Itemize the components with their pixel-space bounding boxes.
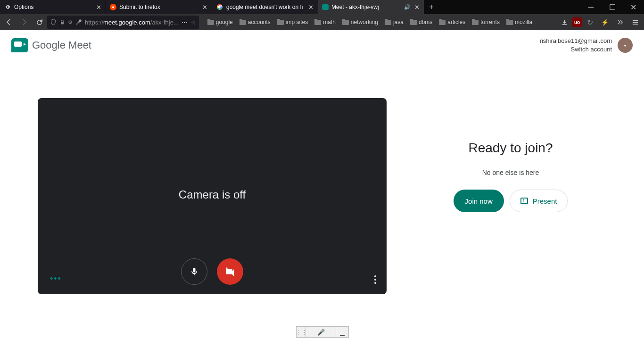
reddit-icon: ● xyxy=(110,4,116,10)
bookmark-math[interactable]: math xyxy=(312,19,339,25)
menu-button[interactable] xyxy=(628,15,642,29)
back-button[interactable] xyxy=(2,15,16,29)
bookmark-articles[interactable]: articles xyxy=(436,19,468,25)
present-label: Present xyxy=(533,197,557,205)
folder-icon xyxy=(277,20,284,25)
tab-title: Meet - akx-fhje-vwj xyxy=(331,4,401,10)
logo-text: Google Meet xyxy=(32,39,91,51)
bookmark-networking[interactable]: networking xyxy=(339,19,381,25)
svg-rect-1 xyxy=(61,22,64,24)
more-options-right[interactable] xyxy=(374,275,376,284)
logo[interactable]: Google Meet xyxy=(11,38,91,52)
close-icon[interactable]: ✕ xyxy=(413,4,420,10)
folder-icon xyxy=(506,20,513,25)
audio-icon[interactable]: 🔊 xyxy=(404,4,411,10)
folder-icon xyxy=(385,20,391,25)
bookmark-java[interactable]: java xyxy=(382,19,406,25)
downloads-icon[interactable] xyxy=(557,15,571,29)
minimize-button[interactable]: ─ xyxy=(580,0,602,14)
bookmark-imp-sites[interactable]: imp sites xyxy=(274,19,311,25)
account-area: rishirajbose11@gmail.com Switch account … xyxy=(540,37,633,54)
account-email: rishirajbose11@gmail.com xyxy=(540,37,612,45)
folder-icon xyxy=(472,20,479,25)
url-text: https://meet.google.com/akx-fhje... xyxy=(85,19,179,26)
bookmark-mozilla[interactable]: mozilla xyxy=(504,19,535,25)
overflow-icon[interactable] xyxy=(613,15,627,29)
sidebar-icon[interactable]: ⚡ xyxy=(598,15,612,29)
sync-icon[interactable]: ↻ xyxy=(583,15,597,29)
shield-icon xyxy=(50,19,57,25)
mic-blocked-icon[interactable]: 🎤 xyxy=(75,19,82,25)
url-bar[interactable]: ⚙ 🎤 https://meet.google.com/akx-fhje... … xyxy=(47,16,199,29)
folder-icon xyxy=(342,20,349,25)
tab-reddit[interactable]: ● Submit to firefox ✕ xyxy=(106,0,212,14)
ublock-icon[interactable]: uo xyxy=(572,17,582,27)
new-tab-button[interactable]: + xyxy=(424,0,438,14)
reload-button[interactable] xyxy=(32,15,46,29)
join-status: No one else is here xyxy=(482,169,539,176)
video-preview: Camera is off ••• xyxy=(38,98,387,294)
window-controls: ─ ☐ ✕ xyxy=(580,0,644,14)
folder-icon xyxy=(207,20,214,25)
bookmark-torrents[interactable]: torrents xyxy=(469,19,503,25)
camera-status: Camera is off xyxy=(179,189,246,202)
join-panel: Ready to join? No one else is here Join … xyxy=(415,98,606,212)
close-icon[interactable]: ✕ xyxy=(307,4,314,10)
join-title: Ready to join? xyxy=(468,141,553,156)
camera-button[interactable] xyxy=(217,258,243,285)
close-icon[interactable]: ✕ xyxy=(95,4,102,10)
more-options-left[interactable]: ••• xyxy=(50,274,62,284)
close-window-button[interactable]: ✕ xyxy=(623,0,644,14)
folder-icon xyxy=(314,20,321,25)
avatar[interactable]: ● xyxy=(618,38,633,53)
bookmark-accounts[interactable]: accounts xyxy=(237,19,273,25)
bookmark-google[interactable]: google xyxy=(205,19,236,25)
tab-title: Options xyxy=(14,4,92,10)
tab-options[interactable]: Options ✕ xyxy=(0,0,106,14)
folder-icon xyxy=(439,20,446,25)
join-now-button[interactable]: Join now xyxy=(454,190,504,212)
meet-icon xyxy=(322,4,329,10)
present-icon xyxy=(520,198,528,204)
permissions-icon[interactable]: ⚙ xyxy=(68,19,73,25)
tab-meet[interactable]: Meet - akx-fhje-vwj 🔊 ✕ xyxy=(318,0,424,14)
maximize-button[interactable]: ☐ xyxy=(602,0,623,14)
overlay-drag-icon[interactable]: ⋮⋮ xyxy=(297,327,306,337)
system-mic-overlay[interactable]: ⋮⋮ 🎤 ▁ xyxy=(296,326,349,338)
overlay-mic-icon[interactable]: 🎤 xyxy=(306,327,336,337)
tab-google-search[interactable]: google meet doesn't work on fi ✕ xyxy=(212,0,318,14)
switch-account-link[interactable]: Switch account xyxy=(540,45,612,54)
page-header: Google Meet rishirajbose11@gmail.com Swi… xyxy=(0,30,644,60)
present-button[interactable]: Present xyxy=(510,190,568,212)
bookmark-dbms[interactable]: dbms xyxy=(407,19,435,25)
forward-button[interactable] xyxy=(17,15,31,29)
bookmark-star-icon[interactable]: ☆ xyxy=(190,19,196,26)
tab-title: google meet doesn't work on fi xyxy=(226,4,305,10)
overlay-minimize-icon[interactable]: ▁ xyxy=(336,327,348,337)
google-icon xyxy=(216,3,223,11)
tab-bar: Options ✕ ● Submit to firefox ✕ google m… xyxy=(0,0,644,14)
microphone-button[interactable] xyxy=(181,258,207,285)
page-actions-icon[interactable]: ⋯ xyxy=(182,19,188,26)
nav-bar: ⚙ 🎤 https://meet.google.com/akx-fhje... … xyxy=(0,14,644,30)
lock-icon xyxy=(59,19,65,25)
gear-icon xyxy=(4,3,11,11)
folder-icon xyxy=(239,20,246,25)
meet-logo-icon xyxy=(11,38,28,52)
close-icon[interactable]: ✕ xyxy=(201,4,208,10)
folder-icon xyxy=(410,20,417,25)
tab-title: Submit to firefox xyxy=(119,4,198,10)
